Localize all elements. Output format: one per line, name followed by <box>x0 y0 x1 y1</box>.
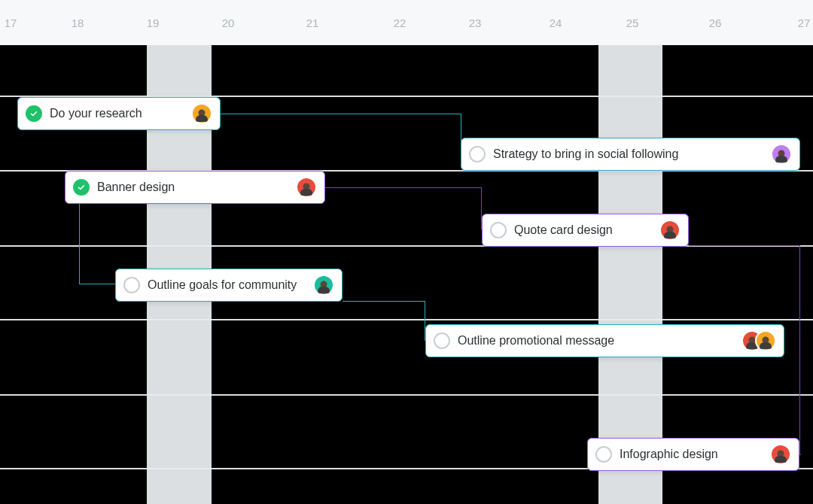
day-23[interactable]: 23 <box>469 17 482 29</box>
day-22[interactable]: 22 <box>394 17 406 29</box>
assignees <box>296 177 317 198</box>
status-open-icon[interactable] <box>434 332 450 349</box>
row-line <box>0 245 813 247</box>
assignees <box>741 330 776 351</box>
assignees <box>771 144 792 165</box>
dependency-connector <box>79 196 117 284</box>
day-17[interactable]: 17 <box>5 17 17 29</box>
avatar[interactable] <box>313 275 334 296</box>
day-26[interactable]: 26 <box>709 17 722 29</box>
day-24[interactable]: 24 <box>550 17 562 29</box>
assignees <box>770 444 791 465</box>
task-title: Banner design <box>97 181 288 194</box>
avatar[interactable] <box>770 444 791 465</box>
avatar[interactable] <box>755 330 776 351</box>
task-title: Outline promotional message <box>458 334 734 348</box>
task-title: Outline goals for community <box>148 278 306 292</box>
task-title: Infographic design <box>620 448 763 461</box>
assignees <box>313 275 334 296</box>
day-21[interactable]: 21 <box>306 17 319 29</box>
task-card-research[interactable]: Do your research <box>17 97 221 130</box>
status-open-icon[interactable] <box>490 222 507 238</box>
avatar[interactable] <box>771 144 792 165</box>
task-card-goals[interactable]: Outline goals for community <box>115 269 343 302</box>
task-card-promo[interactable]: Outline promotional message <box>425 324 784 357</box>
day-20[interactable]: 20 <box>222 17 235 29</box>
day-19[interactable]: 19 <box>147 17 160 29</box>
status-done-icon[interactable] <box>73 179 90 196</box>
day-18[interactable]: 18 <box>72 17 84 29</box>
dependency-connector <box>221 114 461 155</box>
task-title: Strategy to bring in social following <box>493 147 763 161</box>
row-line <box>0 319 813 320</box>
status-done-icon[interactable] <box>26 105 42 122</box>
day-27[interactable]: 27 <box>798 17 811 29</box>
day-25[interactable]: 25 <box>626 17 639 29</box>
status-open-icon[interactable] <box>123 277 140 293</box>
row-line <box>0 394 813 396</box>
avatar[interactable] <box>191 103 212 124</box>
task-card-banner[interactable]: Banner design <box>65 171 325 204</box>
task-card-strategy[interactable]: Strategy to bring in social following <box>461 138 800 171</box>
avatar[interactable] <box>659 220 681 241</box>
task-title: Quote card design <box>514 223 652 237</box>
status-open-icon[interactable] <box>595 446 612 463</box>
assignees <box>659 220 681 241</box>
task-card-infographic[interactable]: Infographic design <box>587 438 799 471</box>
avatar[interactable] <box>296 177 317 198</box>
weekend-band-2 <box>598 45 662 504</box>
task-title: Do your research <box>50 107 184 120</box>
status-open-icon[interactable] <box>469 146 486 162</box>
timeline-body[interactable]: Do your research Banner design Strategy … <box>0 45 813 504</box>
gantt-timeline: 17 18 19 20 21 22 23 24 25 26 27 <box>0 0 813 504</box>
timeline-header: 17 18 19 20 21 22 23 24 25 26 27 <box>0 0 813 45</box>
task-card-quote[interactable]: Quote card design <box>482 214 689 247</box>
dependency-connector <box>325 187 482 229</box>
dependency-connector <box>343 301 425 341</box>
assignees <box>191 103 212 124</box>
